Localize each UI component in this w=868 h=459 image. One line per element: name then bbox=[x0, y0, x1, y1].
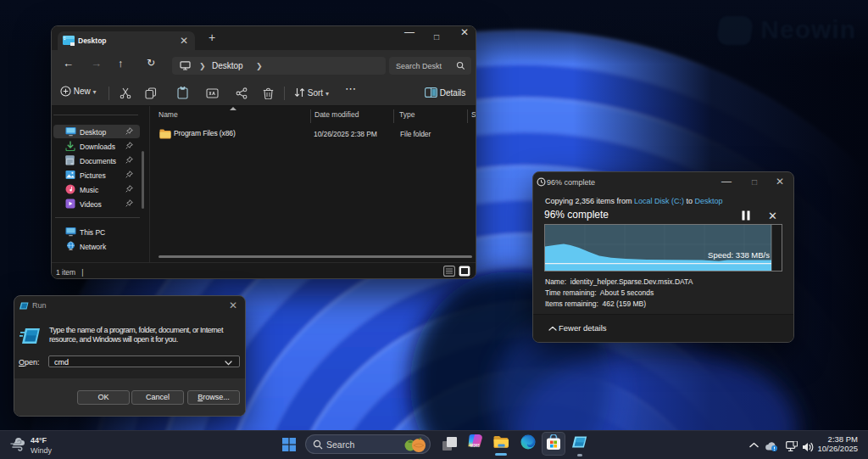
svg-text:M365: M365 bbox=[470, 444, 481, 448]
svg-text:Speed: 338 MB/s: Speed: 338 MB/s bbox=[708, 250, 770, 260]
